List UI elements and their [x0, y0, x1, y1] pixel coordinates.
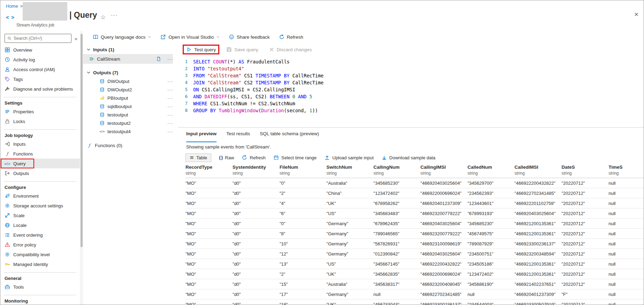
tree-item-testoutput[interactable]: testoutput···	[83, 110, 173, 119]
sidebar-item-managed-identity[interactable]: Managed Identity	[0, 259, 80, 269]
line-number: 1	[178, 58, 193, 65]
more-options-icon[interactable]: ···	[167, 56, 173, 62]
more-options-icon[interactable]: ···	[167, 79, 173, 84]
column-header-times[interactable]: TimeSstring	[608, 164, 644, 178]
sidebar-item-compatibility-level[interactable]: Compatibility level	[0, 250, 80, 259]
table-cell: "20220712"	[561, 229, 608, 239]
tree-functions-group[interactable]: Functions (0)	[83, 140, 173, 150]
upload-sample-input-button[interactable]: Upload sample input	[324, 155, 374, 160]
table-cell: "345685230"	[373, 178, 421, 188]
sidebar-item-access-control-iam[interactable]: Access control (IAM)	[0, 64, 80, 74]
more-options-icon[interactable]: ···	[167, 104, 173, 109]
tools-icon	[5, 284, 10, 290]
table-cell: null	[608, 279, 644, 289]
tab-test-results[interactable]: Test results	[226, 131, 250, 142]
menu-search-box[interactable]	[5, 34, 71, 43]
tree-item-callstream[interactable]: CallStream···	[83, 54, 173, 64]
tree-item-testoutput4[interactable]: testoutput4···	[83, 127, 173, 136]
sidebar-item-inputs[interactable]: Inputs	[0, 139, 80, 149]
db-icon	[100, 121, 105, 125]
menu-search-input[interactable]	[14, 36, 69, 41]
sidebar-item-tags[interactable]: Tags	[0, 74, 80, 84]
column-header-recordtype[interactable]: RecordTypestring	[185, 164, 233, 178]
sidebar-item-locale[interactable]: Locale	[0, 220, 80, 230]
tree-item-dwoutput2[interactable]: DWOutput2···	[83, 85, 173, 94]
sidebar-item-diagnose-and-solve-problems[interactable]: Diagnose and solve problems	[0, 84, 80, 94]
open-in-visual-studio-button[interactable]: Open in Visual Studio	[160, 34, 220, 40]
table-cell: "F"	[561, 289, 608, 299]
table-view-button[interactable]: Table	[185, 153, 211, 162]
column-header-callingnum[interactable]: CallingNumstring	[373, 164, 421, 178]
sidebar-item-activity-log[interactable]: Activity log	[0, 55, 80, 64]
sidebar-item-event-ordering[interactable]: Event ordering	[0, 230, 80, 240]
sidebar-item-overview[interactable]: Overview	[0, 45, 80, 55]
sidebar-item-tools[interactable]: Tools	[0, 282, 80, 292]
tree-item-pbioutput[interactable]: PBIoutput···	[83, 94, 173, 102]
tab-sql-table-schema-preview[interactable]: SQL table schema (preview)	[260, 131, 319, 142]
query-language-docs-button[interactable]: Query language docs	[93, 34, 151, 40]
column-header-systemidentity[interactable]: SystemIdentitystring	[233, 164, 280, 178]
sidebar-item-storage-account-settings[interactable]: Storage account settings	[0, 201, 80, 211]
save-query-button[interactable]: Save query	[226, 47, 258, 52]
discard-changes-button[interactable]: Discard changes	[269, 47, 312, 52]
input-preview-table: RecordTypestringSystemIdentitystringFile…	[185, 164, 644, 305]
table-cell: "MO"	[185, 259, 233, 269]
more-options-icon[interactable]: ···	[167, 96, 173, 101]
table-cell: "345685230"	[468, 219, 515, 229]
column-header-callingimsi[interactable]: CallingIMSIstring	[421, 164, 468, 178]
table-cell: "466922000696024"	[421, 269, 468, 279]
column-header-dates[interactable]: DateSstring	[561, 164, 608, 178]
tree-outputs-group[interactable]: Outputs (7)	[83, 68, 173, 77]
close-blade-icon[interactable]: ×	[634, 10, 638, 18]
tab-input-preview[interactable]: Input preview	[186, 131, 217, 142]
refresh-button[interactable]: Refresh	[279, 34, 303, 40]
test-query-button[interactable]: Test query	[186, 47, 216, 52]
globe-icon	[5, 222, 10, 228]
tree-inputs-group[interactable]: Inputs (1)	[83, 45, 173, 54]
sidebar-item-properties[interactable]: Properties	[0, 107, 80, 116]
query-code-editor[interactable]: 1SELECT COUNT(*) AS FraudulentCalls2INTO…	[178, 56, 644, 127]
column-header-switchnum[interactable]: SwitchNumstring	[326, 164, 373, 178]
sidebar-scrollbar[interactable]	[80, 31, 83, 305]
header-more-icon[interactable]: ···	[111, 12, 118, 18]
favorite-star-icon[interactable]: ☆	[100, 14, 106, 21]
db-icon	[100, 79, 105, 84]
table-cell: "d0"	[233, 219, 280, 229]
doc-icon[interactable]	[156, 56, 161, 61]
scrollbar-thumb[interactable]	[81, 34, 83, 247]
table-cell: "MO"	[185, 219, 233, 229]
table-cell: "China"	[326, 188, 373, 198]
column-name: CallingNum	[373, 165, 418, 170]
more-options-icon[interactable]: ···	[167, 121, 173, 126]
refresh-sample-button[interactable]: Refresh	[242, 155, 266, 160]
more-options-icon[interactable]: ···	[167, 129, 173, 134]
sidebar-item-query[interactable]: Query	[0, 159, 80, 168]
raw-view-button[interactable]: { } Raw	[219, 155, 234, 160]
column-header-callednum[interactable]: CalledNumstring	[468, 164, 515, 178]
tree-item-testoutput2[interactable]: testoutput2···	[83, 119, 173, 127]
sidebar-item-error-policy[interactable]: Error policy	[0, 240, 80, 250]
sidebar-item-outputs[interactable]: Outputs	[0, 168, 80, 178]
select-time-range-button[interactable]: Select time range	[273, 155, 317, 160]
download-sample-data-button[interactable]: Download sample data	[381, 155, 435, 160]
column-header-filenum[interactable]: FileNumstring	[280, 164, 327, 178]
identity-icon	[5, 261, 10, 267]
tree-item-label: CallStream	[97, 56, 120, 62]
breadcrumb-home-link[interactable]: Home	[6, 3, 18, 9]
column-header-calledimsi[interactable]: CalledIMSIstring	[515, 164, 562, 178]
input-preview-table-container: RecordTypestringSystemIdentitystringFile…	[178, 164, 644, 305]
table-cell: "466923200779222"	[421, 208, 468, 219]
sidebar-item-environment[interactable]: Environment	[0, 191, 80, 201]
table-cell: "MO"	[185, 198, 233, 208]
tree-item-sqldboutput[interactable]: sqldboutput···	[83, 102, 173, 110]
collapse-menu-icon[interactable]: «	[74, 36, 78, 41]
code-text: GROUP BY TumblingWindow(Duration(second,…	[193, 107, 318, 114]
sidebar-item-functions[interactable]: Functions	[0, 149, 80, 159]
tree-item-dwoutput[interactable]: DWOutput···	[83, 77, 173, 85]
share-feedback-button[interactable]: Share feedback	[229, 34, 270, 40]
sidebar-item-locks[interactable]: Locks	[0, 116, 80, 126]
download-icon	[381, 155, 387, 160]
sidebar-item-scale[interactable]: Scale	[0, 211, 80, 220]
more-options-icon[interactable]: ···	[167, 87, 173, 92]
more-options-icon[interactable]: ···	[167, 112, 173, 117]
